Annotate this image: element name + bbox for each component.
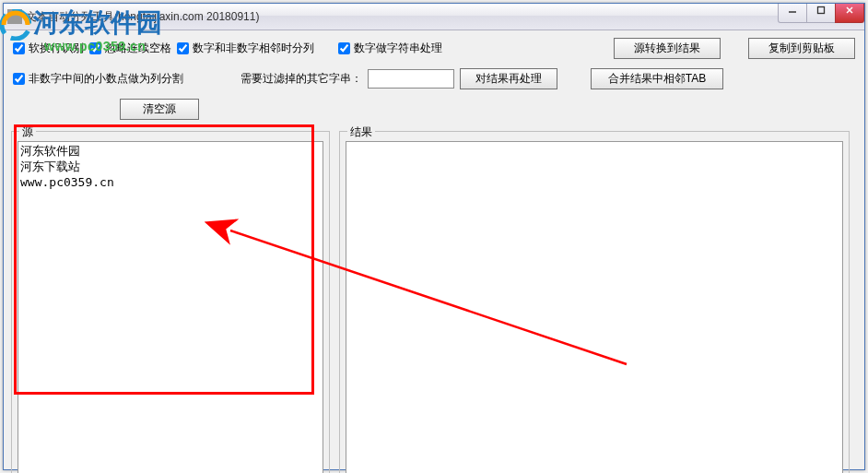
window-controls <box>779 4 864 23</box>
check-dotsplit-label: 非数字中间的小数点做为列分割 <box>29 71 183 87</box>
source-textarea[interactable] <box>18 142 323 473</box>
titlebar[interactable]: 文本自动分列工具(hengtaijiaxin.com 20180911) <box>4 4 864 30</box>
reprocess-button[interactable]: 对结果再处理 <box>460 68 557 89</box>
result-textarea[interactable] <box>346 142 842 473</box>
check-digitsplit[interactable]: 数字和非数字相邻时分列 <box>177 41 314 56</box>
options-row-2: 非数字中间的小数点做为列分割 需要过滤掉的其它字串： 对结果再处理 合并结果中相… <box>13 68 855 89</box>
maximize-button[interactable] <box>806 4 836 23</box>
panes: 源 结果 <box>4 131 864 473</box>
svg-rect-1 <box>818 7 825 14</box>
options-row-1: 软换行识别 忽略连续空格 数字和非数字相邻时分列 数字做字符串处理 源转换到结果… <box>13 38 855 59</box>
filter-input[interactable] <box>368 69 454 89</box>
check-digitasstr[interactable]: 数字做字符串处理 <box>338 41 442 56</box>
app-icon <box>7 9 22 24</box>
options-row-3: 清空源 <box>120 99 855 120</box>
filter-label: 需要过滤掉的其它字串： <box>240 71 362 87</box>
result-group: 结果 <box>339 131 850 473</box>
check-digitasstr-label: 数字做字符串处理 <box>354 41 442 56</box>
check-digitasstr-box[interactable] <box>338 42 350 54</box>
copy-button[interactable]: 复制到剪贴板 <box>748 38 855 59</box>
app-window: 文本自动分列工具(hengtaijiaxin.com 20180911) 软换行… <box>3 3 865 470</box>
client-area: 软换行识别 忽略连续空格 数字和非数字相邻时分列 数字做字符串处理 源转换到结果… <box>4 30 864 131</box>
window-title: 文本自动分列工具(hengtaijiaxin.com 20180911) <box>26 9 861 25</box>
check-ignorespaces-label: 忽略连续空格 <box>105 41 171 56</box>
check-softwrap-label: 软换行识别 <box>29 41 84 56</box>
clear-src-button[interactable]: 清空源 <box>120 99 199 120</box>
check-ignorespaces-box[interactable] <box>89 42 101 54</box>
result-textarea-wrap <box>346 141 843 473</box>
check-softwrap-box[interactable] <box>13 42 25 54</box>
check-softwrap[interactable]: 软换行识别 <box>13 41 84 56</box>
check-dotsplit-box[interactable] <box>13 73 25 85</box>
merge-tab-button[interactable]: 合并结果中相邻TAB <box>591 68 723 89</box>
check-digitsplit-label: 数字和非数字相邻时分列 <box>193 41 314 56</box>
source-group: 源 <box>11 131 330 473</box>
close-button[interactable] <box>835 4 864 23</box>
check-dotsplit[interactable]: 非数字中间的小数点做为列分割 <box>13 71 183 87</box>
convert-button[interactable]: 源转换到结果 <box>614 38 721 59</box>
source-legend: 源 <box>19 124 36 140</box>
result-legend: 结果 <box>347 124 375 140</box>
minimize-button[interactable] <box>778 4 807 23</box>
check-digitsplit-box[interactable] <box>177 42 189 54</box>
check-ignorespaces[interactable]: 忽略连续空格 <box>89 41 171 56</box>
source-textarea-wrap <box>18 141 323 473</box>
